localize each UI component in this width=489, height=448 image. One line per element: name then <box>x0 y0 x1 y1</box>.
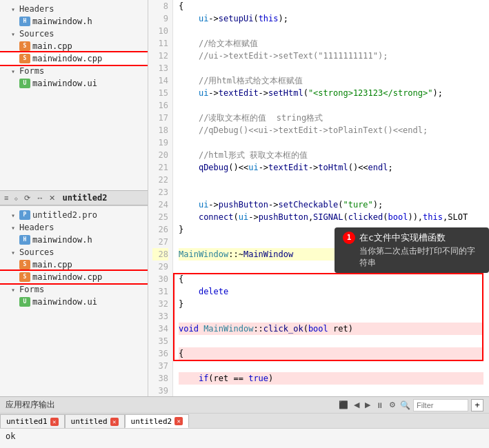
sidebar-item-headers1[interactable]: ▾ Headers <box>0 3 148 15</box>
ui-icon: U <box>19 297 30 307</box>
tab-label: untitled1 <box>6 417 48 426</box>
code-area[interactable]: 8 9 10 11 12 13 14 15 16 17 18 19 20 21 … <box>148 0 489 396</box>
tab-untitled1[interactable]: untitled1 ✕ <box>0 414 65 428</box>
line-numbers: 8 9 10 11 12 13 14 15 16 17 18 19 20 21 … <box>148 0 173 396</box>
sidebar-item-label: Forms <box>19 285 44 294</box>
main-area: ▾ Headers H mainwindow.h ▾ Sources S mai… <box>0 0 489 396</box>
sidebar-item-label: mainwindow.cpp <box>32 272 102 282</box>
tab-close-untitled[interactable]: ✕ <box>110 418 119 426</box>
sidebar-item-label: untitled2.pro <box>32 210 97 220</box>
h-icon: H <box>19 235 30 245</box>
sidebar-item-sources2[interactable]: ▾ Sources <box>0 246 148 258</box>
settings-btn[interactable]: ⚙ <box>388 400 397 409</box>
arrow-icon: ▾ <box>11 212 18 219</box>
sidebar-item-label: Sources <box>19 29 54 39</box>
prev-btn[interactable]: ◀ <box>352 400 361 409</box>
sort-btn[interactable]: ⬦ <box>12 194 20 202</box>
cpp-icon: S <box>19 260 30 269</box>
filter-btn[interactable]: ≡ <box>3 194 10 202</box>
sidebar-item-headers2[interactable]: ▾ Headers <box>0 221 148 234</box>
tabs-bar: untitled1 ✕ untitled ✕ untitled2 ✕ <box>0 414 489 429</box>
pause-btn[interactable]: ⏸ <box>375 401 385 409</box>
tab-untitled2[interactable]: untitled2 ✕ <box>125 414 190 428</box>
sidebar-item-label: mainwindow.ui <box>32 79 97 88</box>
sidebar-item-main-cpp-2[interactable]: S main.cpp <box>0 258 148 271</box>
tooltip-line1: 1 在c文件中实现槽函数 <box>343 232 481 244</box>
sidebar-item-untitled2-pro[interactable]: ▾ P untitled2.pro <box>0 209 148 221</box>
tooltip-text-line2: 当你第二次点击时打印不同的字符串 <box>343 245 481 269</box>
sidebar-item-mainwindow-h-1[interactable]: H mainwindow.h <box>0 15 148 28</box>
search-icon: 🔍 <box>400 400 410 410</box>
tab-close-untitled2[interactable]: ✕ <box>174 417 183 425</box>
cpp-icon: S <box>19 272 30 282</box>
expand-btn[interactable]: ↔ <box>34 194 45 202</box>
sidebar-item-forms2[interactable]: ▾ Forms <box>0 283 148 296</box>
bottom-toolbar-icons: ⬛ ◀ ▶ ⏸ ⚙ 🔍 + <box>337 399 483 411</box>
sidebar-top: ▾ Headers H mainwindow.h ▾ Sources S mai… <box>0 0 148 190</box>
tooltip: 1 在c文件中实现槽函数 当你第二次点击时打印不同的字符串 <box>335 227 489 273</box>
sidebar-item-label: mainwindow.h <box>32 235 92 245</box>
sidebar-item-mainwindow-ui-1[interactable]: U mainwindow.ui <box>0 77 148 90</box>
output-label: 应用程序输出 <box>6 399 55 411</box>
sidebar-item-sources1[interactable]: ▾ Sources <box>0 28 148 40</box>
cpp-icon: S <box>19 54 30 63</box>
ui-icon: U <box>19 79 30 88</box>
tab-untitled[interactable]: untitled ✕ <box>65 414 125 428</box>
cpp-icon: S <box>19 41 30 51</box>
arrow-icon: ▾ <box>11 224 18 232</box>
sidebar-item-label: mainwindow.ui <box>32 297 97 307</box>
sidebar-item-label: Sources <box>19 247 54 257</box>
code-editor: 8 9 10 11 12 13 14 15 16 17 18 19 20 21 … <box>148 0 489 396</box>
bottom-toolbar: 应用程序输出 ⬛ ◀ ▶ ⏸ ⚙ 🔍 + <box>0 397 489 414</box>
project-label: untitled2 <box>62 193 107 203</box>
h-icon: H <box>19 17 30 26</box>
sidebar: ▾ Headers H mainwindow.h ▾ Sources S mai… <box>0 0 148 396</box>
sidebar-item-forms1[interactable]: ▾ Forms <box>0 65 148 77</box>
pro-icon: P <box>19 210 30 220</box>
sidebar-item-label: main.cpp <box>32 41 72 51</box>
sidebar-item-label: main.cpp <box>32 260 72 269</box>
output-content: ok <box>0 429 489 448</box>
add-btn[interactable]: + <box>471 399 483 411</box>
tooltip-number: 1 <box>343 232 355 244</box>
sidebar-item-mainwindow-cpp-1[interactable]: S mainwindow.cpp <box>0 52 148 65</box>
filter-input[interactable] <box>413 399 468 411</box>
output-text: ok <box>6 431 15 441</box>
sidebar-item-label: Headers <box>19 4 54 14</box>
close-btn[interactable]: ✕ <box>48 194 57 203</box>
bottom-panel: 应用程序输出 ⬛ ◀ ▶ ⏸ ⚙ 🔍 + untitled1 ✕ untitle… <box>0 396 489 448</box>
sync-btn[interactable]: ⟳ <box>23 194 32 203</box>
arrow-icon: ▾ <box>11 68 18 75</box>
arrow-icon: ▾ <box>11 249 18 256</box>
sidebar-item-main-cpp-1[interactable]: S main.cpp <box>0 40 148 52</box>
arrow-icon: ▾ <box>11 6 18 13</box>
sidebar-item-label: Headers <box>19 223 54 232</box>
arrow-icon: ▾ <box>11 286 18 294</box>
tab-label: untitled2 <box>131 417 172 426</box>
tab-label: untitled <box>71 417 108 426</box>
sidebar-item-mainwindow-cpp-2[interactable]: S mainwindow.cpp <box>0 271 148 283</box>
sidebar-bottom: ▾ P untitled2.pro ▾ Headers H mainwindow… <box>0 205 148 396</box>
sidebar-item-mainwindow-ui-2[interactable]: U mainwindow.ui <box>0 296 148 308</box>
sidebar-item-mainwindow-h-2[interactable]: H mainwindow.h <box>0 234 148 246</box>
sidebar-item-label: mainwindow.cpp <box>32 54 102 63</box>
stop-btn[interactable]: ⬛ <box>337 400 350 409</box>
arrow-icon: ▾ <box>11 30 18 38</box>
code-content[interactable]: { ui->setupUi(this); //给文本框赋值 //ui->text… <box>173 0 489 396</box>
sidebar-item-label: Forms <box>19 66 44 76</box>
tooltip-text-line1: 在c文件中实现槽函数 <box>359 232 446 244</box>
sidebar-toolbar: ≡ ⬦ ⟳ ↔ ✕ untitled2 <box>0 190 148 205</box>
next-btn[interactable]: ▶ <box>363 400 372 409</box>
tab-close-untitled1[interactable]: ✕ <box>50 418 59 426</box>
sidebar-item-label: mainwindow.h <box>32 17 92 26</box>
